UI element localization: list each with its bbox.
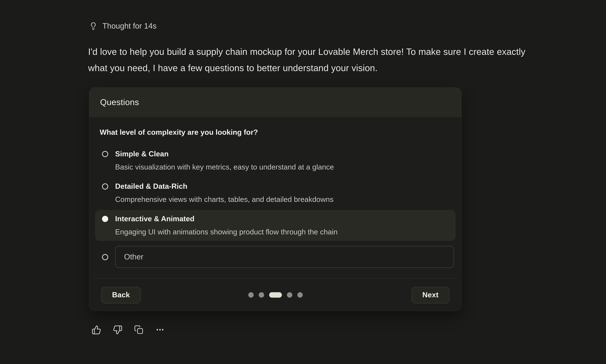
option-description: Basic visualization with key metrics, ea…	[115, 162, 451, 172]
other-option-input[interactable]	[115, 246, 454, 268]
radio-icon[interactable]	[102, 254, 108, 260]
radio-icon[interactable]	[102, 216, 108, 222]
options-list: Simple & Clean Basic visualization with …	[95, 145, 456, 268]
thumbs-down-button[interactable]	[112, 325, 122, 335]
card-title: Questions	[100, 97, 139, 107]
option-label: Detailed & Data-Rich	[115, 182, 451, 192]
thumbs-down-icon	[113, 325, 122, 335]
option-description: Comprehensive views with charts, tables,…	[115, 195, 451, 205]
question-text: What level of complexity are you looking…	[100, 127, 451, 137]
option-label: Simple & Clean	[115, 149, 451, 159]
next-button[interactable]: Next	[412, 287, 449, 303]
lightbulb-icon	[89, 22, 97, 30]
pagination-dot[interactable]	[287, 292, 292, 298]
questions-card: Questions What level of complexity are y…	[89, 87, 462, 311]
back-button[interactable]: Back	[101, 287, 141, 303]
pagination-dot[interactable]	[258, 292, 264, 298]
copy-icon	[134, 325, 144, 335]
questions-card-header: Questions	[89, 87, 462, 118]
option-other	[95, 242, 456, 268]
radio-icon[interactable]	[102, 183, 108, 190]
option-interactive-animated[interactable]: Interactive & Animated Engaging UI with …	[95, 210, 456, 241]
questions-card-body: What level of complexity are you looking…	[89, 127, 462, 311]
pagination-dot[interactable]	[248, 292, 253, 298]
pagination-dot-active[interactable]	[269, 292, 282, 298]
option-simple-clean[interactable]: Simple & Clean Basic visualization with …	[95, 145, 456, 176]
thumbs-up-icon	[91, 325, 101, 335]
chat-view: Thought for 14s I'd love to help you bui…	[0, 0, 606, 364]
option-detailed-data-rich[interactable]: Detailed & Data-Rich Comprehensive views…	[95, 178, 456, 208]
assistant-message: I'd love to help you build a supply chai…	[88, 44, 540, 76]
radio-icon[interactable]	[102, 151, 108, 157]
radio-column	[100, 149, 115, 157]
card-footer: Back Next	[94, 279, 457, 311]
copy-button[interactable]	[134, 325, 144, 335]
thought-label: Thought for 14s	[102, 21, 157, 31]
more-options-button[interactable]	[155, 325, 165, 335]
pagination-dots	[248, 292, 302, 298]
pagination-dot[interactable]	[297, 292, 302, 298]
radio-column	[100, 214, 115, 222]
option-description: Engaging UI with animations showing prod…	[115, 227, 451, 237]
radio-column	[100, 182, 115, 190]
message-actions	[91, 325, 165, 335]
thumbs-up-button[interactable]	[91, 325, 101, 335]
thought-toggle[interactable]: Thought for 14s	[89, 21, 157, 31]
ellipsis-icon	[155, 325, 165, 335]
option-label: Interactive & Animated	[115, 214, 451, 224]
radio-column	[100, 254, 115, 260]
